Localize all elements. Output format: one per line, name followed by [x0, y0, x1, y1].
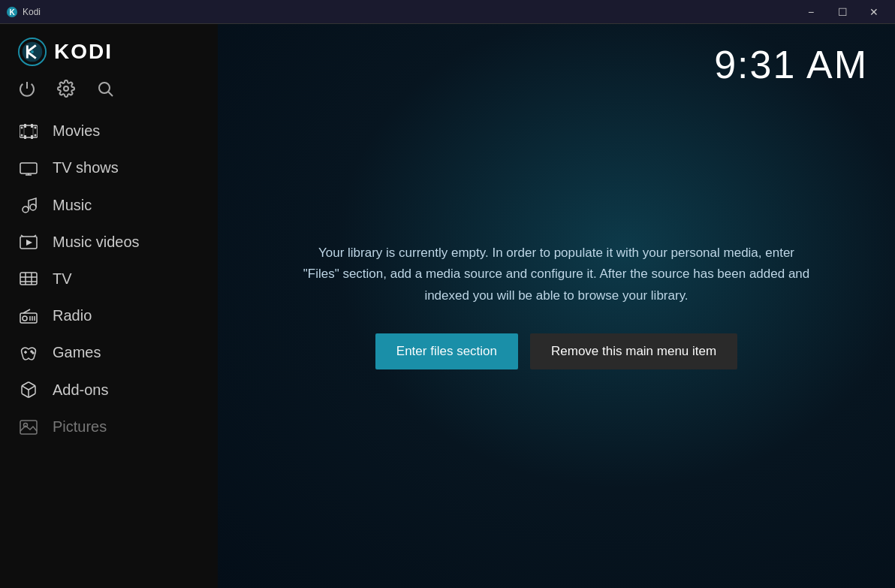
sidebar-item-radio[interactable]: Radio	[0, 297, 218, 334]
maximize-button[interactable]: ☐	[827, 0, 857, 24]
svg-rect-16	[24, 124, 26, 128]
clock: 9:31 AM	[714, 42, 868, 87]
svg-marker-28	[26, 240, 32, 246]
svg-point-7	[31, 50, 34, 53]
close-button[interactable]: ✕	[859, 0, 889, 24]
pictures-icon	[18, 419, 39, 436]
svg-text:K: K	[9, 8, 15, 17]
enter-files-section-button[interactable]: Enter files section	[375, 333, 518, 369]
radio-icon	[18, 308, 39, 324]
svg-point-45	[32, 352, 34, 354]
title-bar-left: K Kodi	[6, 6, 41, 18]
add-ons-icon	[18, 381, 39, 399]
sidebar-item-games[interactable]: Games	[0, 334, 218, 371]
search-icon	[96, 80, 114, 98]
kodi-window-icon: K	[6, 6, 18, 18]
svg-rect-19	[31, 135, 33, 139]
kodi-logo-text: KODI	[54, 40, 113, 64]
sidebar-item-add-ons[interactable]: Add-ons	[0, 371, 218, 409]
tv-icon	[18, 271, 39, 288]
svg-rect-31	[20, 273, 37, 285]
kodi-logo-icon	[18, 38, 47, 66]
music-icon	[18, 196, 39, 214]
sidebar-top-icons	[0, 77, 218, 113]
sidebar: KODI	[0, 24, 218, 588]
radio-label: Radio	[53, 307, 92, 324]
window-title: Kodi	[23, 7, 41, 17]
music-videos-icon	[18, 234, 39, 251]
main-content: 9:31 AM Your library is currently empty.…	[218, 24, 895, 588]
tv-label: TV	[53, 270, 72, 288]
sidebar-nav: Movies TV shows	[0, 113, 218, 588]
app-container: KODI	[0, 24, 895, 588]
svg-point-9	[99, 83, 110, 93]
svg-rect-18	[24, 135, 26, 139]
sidebar-item-music[interactable]: Music	[0, 186, 218, 224]
library-empty-message: Your library is currently empty. In orde…	[301, 243, 812, 306]
sidebar-item-pictures[interactable]: Pictures	[0, 409, 218, 445]
settings-button[interactable]	[57, 80, 75, 98]
svg-point-14	[35, 126, 37, 128]
svg-point-26	[30, 204, 36, 210]
content-center: Your library is currently empty. In orde…	[218, 24, 895, 588]
power-icon	[18, 80, 36, 98]
svg-point-8	[64, 86, 68, 91]
remove-menu-item-button[interactable]: Remove this main menu item	[530, 333, 737, 369]
music-label: Music	[53, 197, 92, 214]
minimize-button[interactable]: −	[796, 0, 826, 24]
movies-icon	[18, 124, 39, 139]
svg-rect-22	[20, 163, 37, 173]
svg-rect-17	[31, 124, 33, 128]
add-ons-label: Add-ons	[53, 381, 109, 399]
pictures-label: Pictures	[53, 418, 107, 436]
sidebar-header: KODI	[0, 24, 218, 77]
search-button[interactable]	[96, 80, 114, 98]
music-videos-label: Music videos	[53, 234, 140, 251]
svg-line-10	[109, 92, 113, 97]
games-icon	[18, 345, 39, 360]
sidebar-item-tv[interactable]: TV	[0, 261, 218, 297]
settings-icon	[57, 80, 75, 98]
games-label: Games	[53, 344, 101, 361]
sidebar-item-tv-shows[interactable]: TV shows	[0, 149, 218, 186]
tv-shows-label: TV shows	[53, 159, 119, 176]
svg-point-13	[21, 134, 23, 136]
svg-point-15	[35, 134, 37, 136]
svg-point-44	[31, 351, 32, 352]
svg-point-12	[21, 126, 23, 128]
sidebar-item-movies[interactable]: Movies	[0, 113, 218, 149]
svg-point-37	[23, 316, 27, 321]
tv-shows-icon	[18, 160, 39, 176]
svg-point-25	[23, 207, 29, 213]
action-buttons: Enter files section Remove this main men…	[375, 333, 737, 369]
window-controls: − ☐ ✕	[796, 0, 889, 24]
power-button[interactable]	[18, 80, 36, 98]
sidebar-item-music-videos[interactable]: Music videos	[0, 224, 218, 261]
movies-label: Movies	[53, 122, 100, 140]
title-bar: K Kodi − ☐ ✕	[0, 0, 895, 24]
